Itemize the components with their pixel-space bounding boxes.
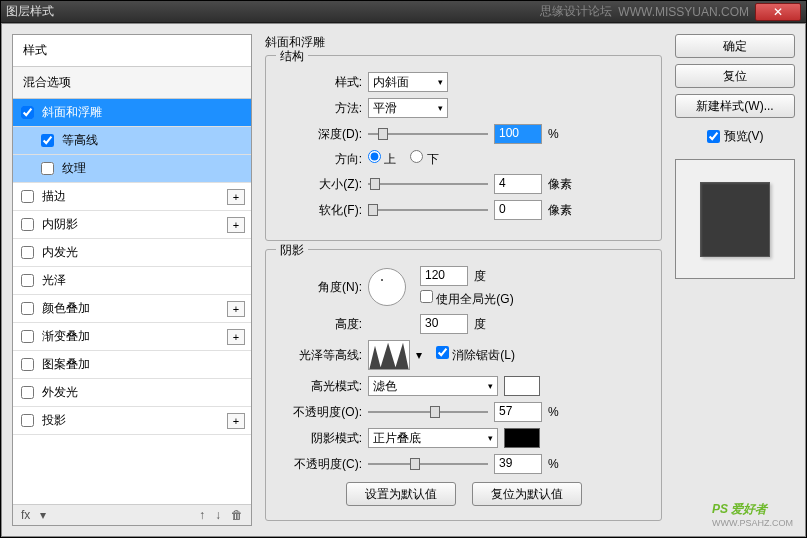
style-stroke[interactable]: 描边 + (13, 183, 251, 211)
styles-list-panel: 样式 混合选项 斜面和浮雕 等高线 纹理 描边 + 内阴影 + 内发光 (12, 34, 252, 526)
move-up-icon[interactable]: ↑ (199, 508, 205, 522)
stroke-checkbox[interactable] (21, 190, 34, 203)
style-texture[interactable]: 纹理 (13, 155, 251, 183)
options-panel: 斜面和浮雕 结构 样式: 内斜面 方法: 平滑 深度(D): 100 % 方向:… (260, 34, 667, 526)
contour-picker[interactable] (368, 340, 410, 370)
trash-icon[interactable]: 🗑 (231, 508, 243, 522)
add-icon[interactable]: + (227, 217, 245, 233)
antialias-checkbox[interactable]: 消除锯齿(L) (436, 346, 515, 364)
window-title: 图层样式 (6, 3, 540, 20)
preview-box (675, 159, 795, 279)
style-contour[interactable]: 等高线 (13, 127, 251, 155)
style-label: 等高线 (62, 132, 98, 149)
size-label: 大小(Z): (280, 176, 362, 193)
altitude-label: 高度: (280, 316, 362, 333)
shadow-mode-dropdown[interactable]: 正片叠底 (368, 428, 498, 448)
style-label: 颜色叠加 (42, 300, 90, 317)
opacity2-label: 不透明度(C): (280, 456, 362, 473)
size-input[interactable]: 4 (494, 174, 542, 194)
shadow-opacity-slider[interactable] (368, 456, 488, 472)
shadow-color-swatch[interactable] (504, 428, 540, 448)
color-overlay-checkbox[interactable] (21, 302, 34, 315)
style-label: 斜面和浮雕 (42, 104, 102, 121)
depth-input[interactable]: 100 (494, 124, 542, 144)
style-label: 外发光 (42, 384, 78, 401)
titlebar: 图层样式 思缘设计论坛 WWW.MISSYUAN.COM ✕ (1, 1, 806, 23)
cancel-button[interactable]: 复位 (675, 64, 795, 88)
add-icon[interactable]: + (227, 189, 245, 205)
styles-header[interactable]: 样式 (13, 35, 251, 67)
size-slider[interactable] (368, 176, 488, 192)
chevron-down-icon[interactable]: ▾ (416, 348, 422, 362)
highlight-mode-dropdown[interactable]: 滤色 (368, 376, 498, 396)
style-label: 光泽 (42, 272, 66, 289)
pattern-overlay-checkbox[interactable] (21, 358, 34, 371)
px-unit: 像素 (548, 176, 572, 193)
style-inner-glow[interactable]: 内发光 (13, 239, 251, 267)
inner-shadow-checkbox[interactable] (21, 218, 34, 231)
angle-input[interactable]: 120 (420, 266, 468, 286)
reset-default-button[interactable]: 复位为默认值 (472, 482, 582, 506)
style-inner-shadow[interactable]: 内阴影 + (13, 211, 251, 239)
style-gradient-overlay[interactable]: 渐变叠加 + (13, 323, 251, 351)
preview-swatch (700, 182, 770, 257)
direction-label: 方向: (280, 151, 362, 168)
depth-slider[interactable] (368, 126, 488, 142)
style-label: 描边 (42, 188, 66, 205)
outer-glow-checkbox[interactable] (21, 386, 34, 399)
style-drop-shadow[interactable]: 投影 + (13, 407, 251, 435)
shadow-opacity-input[interactable]: 39 (494, 454, 542, 474)
global-light-checkbox[interactable]: 使用全局光(G) (420, 292, 514, 306)
move-down-icon[interactable]: ↓ (215, 508, 221, 522)
pct-unit: % (548, 405, 559, 419)
angle-dial[interactable] (368, 268, 406, 306)
direction-down-radio[interactable]: 下 (410, 150, 438, 168)
satin-checkbox[interactable] (21, 274, 34, 287)
make-default-button[interactable]: 设置为默认值 (346, 482, 456, 506)
method-dropdown[interactable]: 平滑 (368, 98, 448, 118)
ok-button[interactable]: 确定 (675, 34, 795, 58)
shadow-legend: 阴影 (276, 242, 308, 259)
blend-options-header[interactable]: 混合选项 (13, 67, 251, 99)
gradient-overlay-checkbox[interactable] (21, 330, 34, 343)
action-panel: 确定 复位 新建样式(W)... 预览(V) (675, 34, 795, 526)
bevel-checkbox[interactable] (21, 106, 34, 119)
drop-shadow-checkbox[interactable] (21, 414, 34, 427)
soften-input[interactable]: 0 (494, 200, 542, 220)
inner-glow-checkbox[interactable] (21, 246, 34, 259)
highlight-opacity-input[interactable]: 57 (494, 402, 542, 422)
style-bevel-emboss[interactable]: 斜面和浮雕 (13, 99, 251, 127)
style-satin[interactable]: 光泽 (13, 267, 251, 295)
add-icon[interactable]: + (227, 301, 245, 317)
soften-label: 软化(F): (280, 202, 362, 219)
highlight-color-swatch[interactable] (504, 376, 540, 396)
close-button[interactable]: ✕ (755, 3, 801, 21)
style-label: 纹理 (62, 160, 86, 177)
texture-checkbox[interactable] (41, 162, 54, 175)
style-label: 图案叠加 (42, 356, 90, 373)
add-icon[interactable]: + (227, 413, 245, 429)
altitude-input[interactable]: 30 (420, 314, 468, 334)
style-color-overlay[interactable]: 颜色叠加 + (13, 295, 251, 323)
pct-unit: % (548, 457, 559, 471)
highlight-opacity-slider[interactable] (368, 404, 488, 420)
forum-name: 思缘设计论坛 (540, 3, 612, 20)
titlebar-right: 思缘设计论坛 WWW.MISSYUAN.COM ✕ (540, 3, 801, 21)
new-style-button[interactable]: 新建样式(W)... (675, 94, 795, 118)
style-dropdown[interactable]: 内斜面 (368, 72, 448, 92)
style-list-toolbar: fx ▾ ↑ ↓ 🗑 (13, 504, 251, 525)
style-pattern-overlay[interactable]: 图案叠加 (13, 351, 251, 379)
fx-menu[interactable]: fx (21, 508, 30, 522)
forum-url: WWW.MISSYUAN.COM (618, 5, 749, 19)
style-outer-glow[interactable]: 外发光 (13, 379, 251, 407)
shadow-fieldset: 阴影 角度(N): 120 度 使用全局光(G) 高度: 30 度 (265, 249, 662, 521)
depth-label: 深度(D): (280, 126, 362, 143)
deg-unit: 度 (474, 268, 486, 285)
contour-checkbox[interactable] (41, 134, 54, 147)
add-icon[interactable]: + (227, 329, 245, 345)
soften-slider[interactable] (368, 202, 488, 218)
chevron-down-icon[interactable]: ▾ (40, 508, 46, 522)
style-label: 内发光 (42, 244, 78, 261)
preview-checkbox[interactable]: 预览(V) (675, 128, 795, 145)
direction-up-radio[interactable]: 上 (368, 150, 396, 168)
